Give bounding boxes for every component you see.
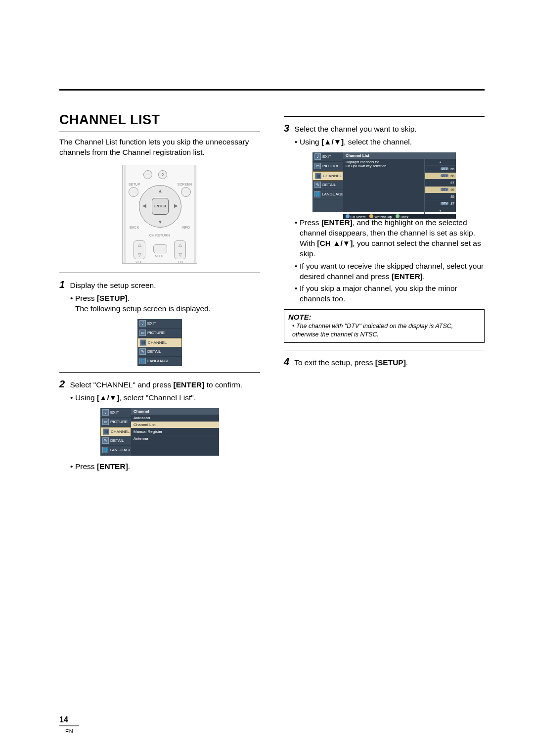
remote-mute-button	[153, 244, 167, 253]
page-number: 14	[59, 715, 68, 724]
step-2-bullet-a: • Using [▲/▼], select "Channel List".	[70, 393, 260, 403]
intro-text: The Channel List function lets you skip …	[59, 137, 260, 158]
step-3-number: 3	[284, 123, 289, 134]
picture-icon: ▭	[102, 419, 109, 425]
remote-screen-button	[181, 187, 191, 197]
language-icon: 🌐	[102, 447, 108, 453]
channel-row-manual-register: Manual Register	[131, 428, 219, 435]
remote-back-label: BACK	[130, 226, 139, 229]
dpad-down-icon: ▼	[158, 219, 163, 225]
remote-enter-button: ENTER	[152, 198, 169, 215]
cl-down-arrow-icon: ▼	[439, 209, 442, 212]
remote-vol-rocker: △▽	[134, 240, 145, 259]
channel-icon: ▤	[103, 428, 109, 435]
setup-screen-1: ⤴EXIT ▭PICTURE ▤CHANNEL ✎DETAIL 🌐LANGUAG…	[137, 319, 182, 366]
note-body: • The channel with "DTV" indicated on th…	[292, 322, 480, 338]
step-2-bullet-b: • Press [ENTER].	[70, 462, 260, 472]
remote-setup-button	[129, 187, 138, 197]
detail-icon: ✎	[314, 182, 321, 188]
page-number-rule	[59, 725, 79, 726]
right-column: 3 Select the channel you want to skip. •…	[284, 112, 485, 474]
exit-icon: ⤴	[314, 153, 321, 160]
cl-title: Channel List	[343, 152, 456, 159]
cl-info-text: Highlight channels for Ch Up/Down key se…	[343, 159, 424, 214]
step-1-bullet: • Press [SETUP]. The following setup scr…	[70, 293, 260, 314]
picture-icon: ▭	[314, 163, 321, 169]
language-icon: 🌐	[314, 191, 320, 197]
exit-icon: ⤴	[139, 320, 146, 327]
step-1-number: 1	[59, 279, 65, 290]
step2-rule	[59, 372, 260, 373]
remote-info-label: INFO	[181, 226, 190, 229]
detail-icon: ✎	[102, 437, 109, 444]
page-lang: EN	[65, 728, 73, 734]
remote-ch-label: CH	[178, 260, 183, 264]
remote-illustration: — 0 SETUP SCREEN ▲ ▼ ◀ ▶ ENTER BACK INFO…	[122, 165, 197, 264]
step4-rule	[284, 350, 485, 350]
channel-row-antenna: Antenna	[131, 435, 219, 442]
cl-channel-column: ▲ DTV65 DTV66 67 DTV69 85 DTV87 ▼	[424, 159, 456, 214]
step-4: 4 To exit the setup, press [SETUP].	[284, 355, 485, 369]
setup-screen-2: ⤴EXIT ▭PICTURE ▤CHANNEL ✎DETAIL 🌐LANGUAG…	[100, 408, 219, 456]
dpad-right-icon: ▶	[174, 203, 178, 208]
channel-icon: ▤	[315, 173, 321, 179]
step-2-number: 2	[59, 378, 65, 389]
step-3-bullet-a: • Using [▲/▼], select the channel.	[295, 137, 485, 147]
dpad-up-icon: ▲	[158, 188, 163, 193]
left-column: CHANNEL LIST The Channel List function l…	[59, 112, 260, 474]
note-title: NOTE:	[288, 313, 480, 321]
remote-chreturn-label: CH RETURN	[149, 234, 170, 237]
step3-rule	[284, 116, 485, 117]
channel-menu-title: Channel	[131, 408, 219, 415]
heading-underline	[59, 132, 260, 132]
step-3-bullet-b3: • If you skip a major channel, you skip …	[295, 284, 485, 304]
channel-row-autoscan: Autoscan	[131, 415, 219, 422]
picture-icon: ▭	[139, 330, 146, 336]
channel-list-screen: ⤴EXIT ▭PICTURE ▤CHANNEL ✎DETAIL 🌐LANGUAG…	[312, 152, 456, 212]
page-footer: 14 EN	[59, 715, 79, 735]
remote-setup-label: SETUP	[129, 183, 140, 186]
step-3: 3 Select the channel you want to skip.	[284, 122, 485, 135]
step-2: 2 Select "CHANNEL" and press [ENTER] to …	[59, 378, 260, 391]
step-3-bullet-b2: • If you want to receive the skipped cha…	[295, 261, 485, 282]
remote-zero-button: 0	[158, 170, 167, 179]
detail-icon: ✎	[139, 348, 146, 355]
page-heading: CHANNEL LIST	[59, 112, 260, 128]
note-box: NOTE: • The channel with "DTV" indicated…	[284, 309, 485, 343]
remote-mute-label: MUTE	[155, 254, 165, 258]
top-rule	[59, 89, 485, 91]
dpad-left-icon: ◀	[142, 203, 146, 208]
exit-icon: ⤴	[102, 409, 109, 416]
remote-dash-button: —	[143, 170, 152, 179]
step-4-number: 4	[284, 356, 289, 367]
step-3-bullet-b1: • Press [ENTER], and the highlight on th…	[295, 218, 485, 259]
language-icon: 🌐	[139, 358, 146, 364]
remote-ch-rocker: △▽	[174, 240, 186, 259]
channel-row-channel-list: Channel List	[131, 422, 219, 428]
step-1: 1 Display the setup screen.	[59, 278, 260, 291]
channel-icon: ▤	[140, 339, 146, 346]
remote-dpad: ▲ ▼ ◀ ▶ ENTER	[139, 185, 181, 228]
remote-vol-label: VOL	[135, 260, 142, 264]
step1-rule	[59, 273, 260, 273]
cl-up-arrow-icon: ▲	[439, 160, 442, 164]
